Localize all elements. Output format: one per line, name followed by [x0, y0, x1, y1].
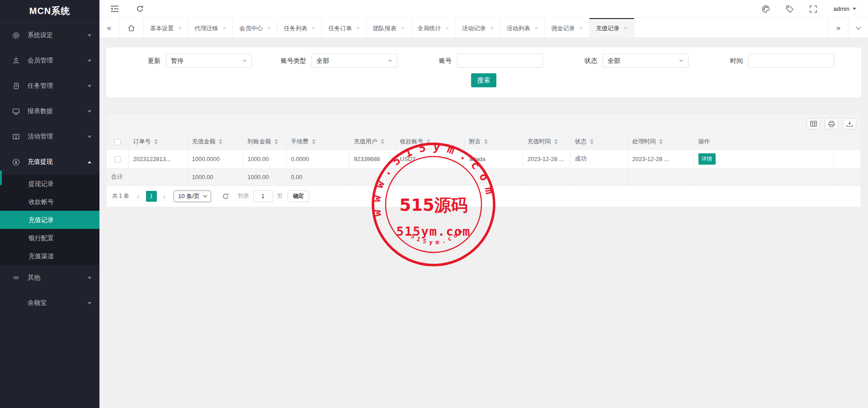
topbar-right: admin [746, 5, 856, 14]
page-content: 更新 暂停 账号类型 全部 账号 [99, 38, 868, 408]
menu-fold-icon[interactable] [110, 5, 119, 12]
app-title: MCN系统 [0, 0, 99, 23]
page-size-select[interactable]: 10 条/页 [174, 190, 211, 202]
tabbar-right: » [828, 18, 868, 38]
theme-palette-icon[interactable] [761, 5, 770, 14]
sort-icon[interactable] [590, 139, 594, 144]
account-input[interactable] [457, 54, 543, 68]
sidebar-menu: 系统设定 会员管理 任务管理 报表 [0, 23, 99, 316]
cell-order-no: 2023122813... [128, 149, 187, 168]
filter-update: 更新 暂停 [106, 54, 252, 68]
filter-status: 状态 全部 [543, 54, 689, 68]
sidebar-item-activities[interactable]: 活动管理 [0, 124, 99, 149]
table-row: 2023122813... 1000.0000 1000.00 0.0000 9… [107, 149, 861, 168]
sort-icon[interactable] [154, 139, 158, 144]
sort-icon[interactable] [274, 139, 278, 144]
pagination-refresh-icon[interactable] [222, 193, 229, 200]
sort-icon[interactable] [312, 139, 316, 144]
goto-confirm-button[interactable]: 确定 [288, 190, 309, 202]
sort-icon[interactable] [554, 139, 558, 144]
export-icon[interactable] [843, 118, 856, 129]
row-checkbox[interactable] [114, 156, 121, 162]
tabs-collapse-button[interactable]: « [99, 18, 119, 38]
close-icon[interactable]: × [535, 25, 538, 32]
sort-icon[interactable] [427, 139, 430, 144]
tab-activity-records[interactable]: 活动记录× [456, 18, 500, 38]
cell-fee: 0.0000 [286, 149, 349, 168]
sidebar-item-withdraw-records[interactable]: 提现记录 [0, 175, 99, 193]
sidebar-item-recharge-channels[interactable]: 充值渠道 [0, 247, 99, 265]
sidebar-item-others[interactable]: ∞ 其他 [0, 265, 99, 290]
refresh-icon[interactable] [136, 5, 144, 13]
sidebar-item-members[interactable]: 会员管理 [0, 48, 99, 73]
next-page-button[interactable]: › [161, 193, 167, 200]
status-select[interactable]: 全部 [603, 54, 689, 68]
tab-global-stats[interactable]: 全局统计× [411, 18, 456, 38]
tab-team-report[interactable]: 团队报表× [367, 18, 411, 38]
goto-page-input[interactable] [253, 190, 273, 202]
tab-task-orders[interactable]: 任务订单× [322, 18, 367, 38]
tabs-dropdown-button[interactable] [848, 18, 868, 38]
table-header-row: 订单号 充值金额 到账金额 手续费 充值用户 收款账号 附言 充值时间 状态 处… [107, 134, 861, 149]
tab-agent-migration[interactable]: 代理迁移× [189, 18, 233, 38]
sidebar-item-system-settings[interactable]: 系统设定 [0, 23, 99, 48]
tag-icon[interactable] [786, 5, 794, 13]
tabs-more-button[interactable]: » [828, 18, 848, 38]
sidebar: MCN系统 系统设定 会员管理 任务管理 [0, 0, 99, 408]
sidebar-scrollbar[interactable] [0, 171, 2, 185]
monitor-icon [12, 107, 20, 116]
close-icon[interactable]: × [267, 25, 271, 32]
close-icon[interactable]: × [624, 25, 627, 32]
document-icon [12, 82, 20, 90]
tab-activity-list[interactable]: 活动列表× [500, 18, 545, 38]
sidebar-item-bank-config[interactable]: 银行配置 [0, 229, 99, 247]
sort-icon[interactable] [219, 139, 222, 144]
sidebar-item-recharge-records[interactable]: 充值记录 [0, 211, 99, 229]
update-select[interactable]: 暂停 [166, 54, 252, 68]
infinity-icon: ∞ [12, 274, 20, 282]
cell-payee-account: USDT [395, 149, 464, 168]
close-icon[interactable]: × [223, 25, 226, 32]
sidebar-item-reports[interactable]: 报表数据 [0, 99, 99, 124]
home-tab[interactable] [119, 18, 144, 38]
tab-basic-settings[interactable]: 基本设置× [144, 18, 189, 38]
close-icon[interactable]: × [401, 25, 405, 32]
sidebar-item-yuebao[interactable]: 余额宝 [0, 290, 99, 316]
sort-icon[interactable] [381, 139, 384, 144]
sum-arrived: 1000.00 [243, 168, 286, 185]
close-icon[interactable]: × [490, 25, 494, 32]
sidebar-item-recharge-withdraw[interactable]: 充值提现 [0, 149, 99, 175]
fullscreen-icon[interactable] [809, 5, 817, 13]
cell-status: 成功 [570, 149, 627, 168]
close-icon[interactable]: × [579, 25, 583, 32]
account-type-select[interactable]: 全部 [311, 54, 397, 68]
prev-page-button[interactable]: ‹ [135, 193, 141, 200]
sidebar-item-tasks[interactable]: 任务管理 [0, 73, 99, 99]
chevron-down-icon [88, 34, 91, 37]
chevron-up-icon [88, 161, 91, 163]
sort-icon[interactable] [659, 139, 663, 144]
app-root: MCN系统 系统设定 会员管理 任务管理 [0, 0, 868, 408]
search-button[interactable]: 搜索 [471, 73, 496, 87]
chevron-down-icon [88, 85, 91, 87]
pagination: 共 1 条 ‹ 1 › 10 条/页 到第 页 确定 [107, 186, 861, 207]
sidebar-item-payee-accounts[interactable]: 收款帐号 [0, 193, 99, 211]
columns-grid-icon[interactable] [807, 118, 820, 129]
close-icon[interactable]: × [178, 25, 182, 32]
home-icon [127, 24, 135, 32]
detail-button[interactable]: 详情 [698, 153, 716, 165]
tab-task-list[interactable]: 任务列表× [278, 18, 322, 38]
tab-commission-records[interactable]: 佣金记录× [545, 18, 590, 38]
time-input[interactable] [748, 54, 834, 68]
sort-icon[interactable] [484, 139, 488, 144]
tab-member-center[interactable]: 会员中心× [233, 18, 278, 38]
print-icon[interactable] [825, 118, 838, 129]
page-1-button[interactable]: 1 [146, 191, 157, 202]
search-row: 搜索 [106, 73, 861, 87]
close-icon[interactable]: × [446, 25, 449, 32]
close-icon[interactable]: × [356, 25, 360, 32]
select-all-checkbox[interactable] [114, 139, 121, 145]
tab-recharge-records[interactable]: 充值记录× [590, 18, 634, 38]
close-icon[interactable]: × [312, 25, 316, 32]
user-menu[interactable]: admin [834, 5, 856, 12]
